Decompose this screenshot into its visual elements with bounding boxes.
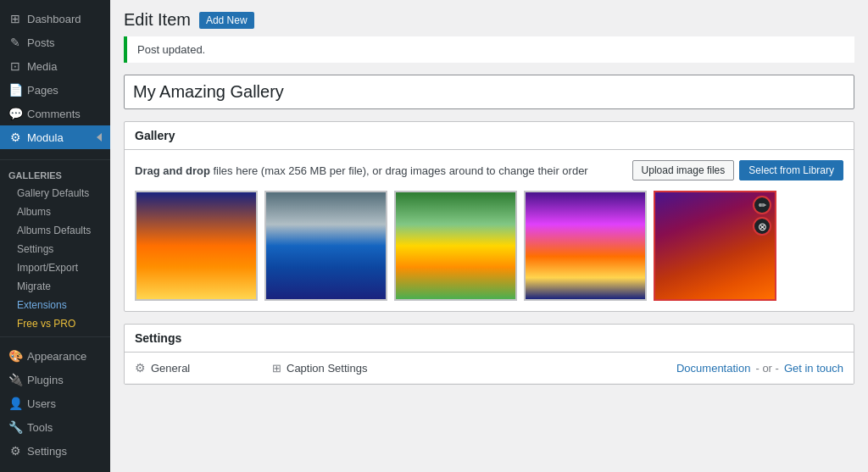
settings-box-header: Settings (125, 325, 854, 353)
migrate-label: Migrate (17, 280, 51, 292)
sidebar-item-tools[interactable]: 🔧 Tools (0, 415, 110, 439)
general-label: General (151, 362, 190, 375)
image-edit-button-5[interactable]: ✏ (753, 196, 771, 214)
image-item-1[interactable] (135, 191, 258, 301)
gallery-drag-text: Drag and drop files here (max 256 MB per… (135, 164, 588, 177)
tools-icon: 🔧 (8, 420, 22, 434)
sidebar-item-label: Dashboard (27, 13, 81, 25)
image-thumb-1 (136, 192, 256, 299)
galleries-section-header: Galleries (0, 164, 110, 184)
sidebar-item-import-export[interactable]: Import/Export (8, 258, 110, 277)
plugins-icon: 🔌 (8, 373, 22, 386)
posts-icon: ✎ (8, 36, 22, 49)
image-item-5[interactable]: ✏ ⊗ (654, 191, 776, 301)
image-overlay-5: ✏ ⊗ (753, 196, 771, 236)
sidebar-item-comments[interactable]: 💬 Comments (0, 102, 110, 125)
users-label: Users (27, 397, 56, 410)
gallery-actions: Upload image files Select from Library (632, 160, 843, 180)
caption-label: Caption Settings (287, 362, 367, 375)
sidebar-item-posts[interactable]: ✎ Posts (0, 31, 110, 54)
appearance-icon: 🎨 (8, 349, 22, 363)
sidebar-item-dashboard[interactable]: ⊞ Dashboard (0, 7, 110, 31)
sidebar: ⊞ Dashboard ✎ Posts ⊡ Media 📄 Pages 💬 Co… (0, 0, 110, 472)
gallery-box-body: Drag and drop files here (max 256 MB per… (125, 150, 854, 311)
sidebar-divider-2 (0, 336, 110, 337)
gallery-toolbar: Drag and drop files here (max 256 MB per… (135, 160, 843, 180)
sidebar-item-users[interactable]: 👤 Users (0, 391, 110, 415)
sidebar-item-free-vs-pro[interactable]: Free vs PRO (8, 314, 110, 333)
users-icon: 👤 (8, 397, 22, 410)
collapse-arrow (97, 133, 102, 142)
settings-general: ⚙ General (135, 361, 262, 375)
sidebar-item-gallery-defaults[interactable]: Gallery Defaults (8, 184, 110, 203)
sidebar-item-migrate[interactable]: Migrate (8, 277, 110, 296)
image-item-2[interactable] (264, 191, 387, 301)
dashboard-icon: ⊞ (8, 12, 22, 25)
post-updated-notice: Post updated. (124, 36, 854, 63)
post-title-input[interactable] (124, 75, 854, 109)
settings-links: Documentation - or - Get in touch (676, 362, 843, 375)
documentation-link[interactable]: Documentation (676, 362, 750, 375)
sidebar-item-albums-defaults[interactable]: Albums Defaults (8, 221, 110, 240)
sidebar-item-label: Posts (27, 36, 55, 49)
page-header: Edit Item Add New (124, 10, 854, 30)
drag-drop-bold: Drag and drop (135, 164, 210, 177)
image-thumb-3 (396, 192, 515, 299)
sidebar-item-wp-settings[interactable]: ⚙ Settings (0, 439, 110, 463)
albums-label: Albums (17, 206, 51, 218)
select-from-library-button[interactable]: Select from Library (739, 160, 843, 180)
page-title: Edit Item (124, 10, 191, 30)
import-export-label: Import/Export (17, 262, 78, 274)
add-new-button[interactable]: Add New (199, 12, 254, 29)
caption-icon: ⊞ (272, 362, 281, 375)
settings-caption: ⊞ Caption Settings (272, 362, 666, 375)
image-delete-button-5[interactable]: ⊗ (753, 217, 771, 236)
tools-label: Tools (27, 421, 53, 434)
gallery-meta-box: Gallery Drag and drop files here (max 25… (124, 121, 854, 312)
wp-settings-icon: ⚙ (8, 444, 22, 458)
sidebar-item-albums[interactable]: Albums (8, 203, 110, 221)
sidebar-item-extensions[interactable]: Extensions (8, 296, 110, 314)
sidebar-item-label: Modula (27, 131, 64, 144)
sidebar-item-label: Media (27, 60, 57, 73)
gallery-defaults-label: Gallery Defaults (17, 187, 89, 199)
image-thumb-4 (526, 192, 645, 299)
sidebar-item-modula[interactable]: ⚙ Modula (0, 125, 110, 149)
image-item-3[interactable] (394, 191, 517, 301)
upload-images-button[interactable]: Upload image files (632, 160, 735, 180)
sidebar-item-plugins[interactable]: 🔌 Plugins (0, 368, 110, 391)
image-grid: ✏ ⊗ (135, 191, 843, 301)
pages-icon: 📄 (8, 83, 22, 97)
sidebar-item-appearance[interactable]: 🎨 Appearance (0, 344, 110, 368)
main-content: Edit Item Add New Post updated. Gallery … (110, 0, 868, 472)
modula-icon: ⚙ (8, 130, 22, 144)
settings-label: Settings (17, 243, 53, 255)
sidebar-item-label: Pages (27, 84, 58, 97)
sidebar-item-label: Comments (27, 108, 81, 120)
extensions-label: Extensions (17, 299, 67, 311)
drag-text-2: drag images around to change their order (385, 164, 587, 177)
galleries-submenu: Gallery Defaults Albums Albums Defaults … (0, 184, 110, 333)
wp-settings-label: Settings (27, 445, 67, 458)
plugins-label: Plugins (27, 374, 64, 386)
sidebar-divider (0, 159, 110, 160)
or-separator: - or - (755, 362, 778, 375)
media-icon: ⊡ (8, 59, 22, 73)
notice-text: Post updated. (137, 43, 205, 56)
comments-icon: 💬 (8, 107, 22, 120)
sidebar-item-media[interactable]: ⊡ Media (0, 54, 110, 78)
settings-row: ⚙ General ⊞ Caption Settings Documentati… (125, 353, 854, 384)
drag-text-1: files here (max 256 MB per file), or (210, 164, 386, 177)
albums-defaults-label: Albums Defaults (17, 225, 91, 236)
appearance-label: Appearance (27, 350, 86, 363)
image-item-4[interactable] (524, 191, 647, 301)
image-thumb-2 (266, 192, 386, 299)
get-in-touch-link[interactable]: Get in touch (784, 362, 843, 375)
settings-box: Settings ⚙ General ⊞ Caption Settings Do… (124, 324, 854, 385)
gallery-box-header: Gallery (125, 122, 854, 150)
sidebar-item-pages[interactable]: 📄 Pages (0, 78, 110, 102)
free-vs-pro-label: Free vs PRO (17, 318, 75, 330)
gear-icon: ⚙ (135, 361, 146, 375)
sidebar-item-settings[interactable]: Settings (8, 240, 110, 258)
